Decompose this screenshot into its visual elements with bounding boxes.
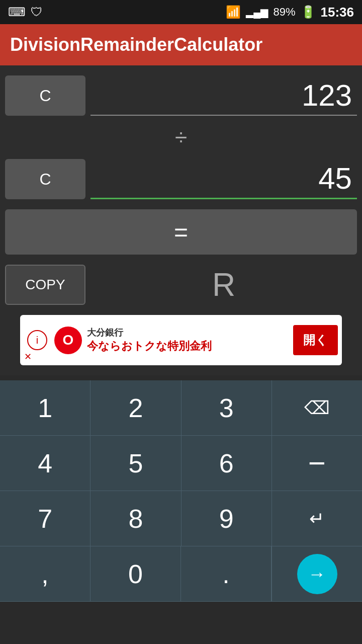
minus-button[interactable]: − (272, 436, 362, 491)
newline-button[interactable]: ↵ (272, 491, 362, 546)
numpad-3[interactable]: 3 (182, 380, 272, 436)
app-header: DivisionRemainderCalculator (0, 24, 362, 65)
ad-bank-name: 大分銀行 (87, 327, 293, 339)
clear-dividend-button[interactable]: C (5, 75, 85, 116)
numpad-row-1: 1 2 3 ⌫ (0, 380, 362, 436)
enter-btn-container: → (272, 546, 362, 602)
enter-button[interactable]: → (297, 554, 337, 594)
clock: 15:36 (321, 5, 354, 20)
dividend-display[interactable]: 123 (90, 75, 357, 116)
numpad-dot[interactable]: . (181, 546, 272, 602)
keyboard-icon: ⌨ (8, 5, 26, 19)
numpad-row-4: , 0 . → (0, 546, 362, 602)
equals-row: = (0, 209, 362, 255)
division-symbol-row: ÷ (0, 121, 362, 154)
numpad-4[interactable]: 4 (0, 436, 90, 491)
numpad-2[interactable]: 2 (90, 380, 181, 436)
app-title: DivisionRemainderCalculator (10, 34, 352, 55)
numpad-8[interactable]: 8 (90, 491, 181, 546)
backspace-button[interactable]: ⌫ (272, 380, 362, 436)
ad-info-icon: i (27, 330, 47, 350)
calculator-area: C 123 ÷ C 45 = COPY R i ✕ O 大分銀行 今ならおトクな… (0, 65, 362, 375)
wifi-icon: 📶 (226, 5, 241, 19)
divisor-row: C 45 (0, 154, 362, 204)
numpad-comma[interactable]: , (0, 546, 90, 602)
numpad: 1 2 3 ⌫ 4 5 6 − 7 8 9 ↵ , 0 . → (0, 380, 362, 602)
ad-open-button[interactable]: 開く (293, 325, 338, 355)
numpad-0[interactable]: 0 (90, 546, 181, 602)
remainder-display: R (90, 266, 357, 303)
ad-banner: i ✕ O 大分銀行 今ならおトクな特別金利 開く (20, 315, 342, 365)
clear-divisor-button[interactable]: C (5, 159, 85, 199)
ad-promotion: 今ならおトクな特別金利 (87, 339, 293, 354)
divisor-display[interactable]: 45 (90, 159, 357, 199)
numpad-9[interactable]: 9 (182, 491, 272, 546)
dividend-row: C 123 (0, 70, 362, 121)
division-symbol: ÷ (175, 125, 187, 150)
numpad-6[interactable]: 6 (182, 436, 272, 491)
status-bar: ⌨ 🛡 📶 ▂▄▆ 89% 🔋 15:36 (0, 0, 362, 24)
ad-text-area: 大分銀行 今ならおトクな特別金利 (87, 327, 293, 354)
numpad-1[interactable]: 1 (0, 380, 90, 436)
shield-icon: 🛡 (31, 5, 43, 19)
numpad-row-2: 4 5 6 − (0, 436, 362, 491)
ad-logo: O (54, 327, 82, 354)
copy-button[interactable]: COPY (5, 265, 85, 305)
numpad-row-3: 7 8 9 ↵ (0, 491, 362, 546)
equals-button[interactable]: = (5, 209, 357, 255)
signal-strength: ▂▄▆ (246, 6, 268, 18)
battery-icon: 🔋 (301, 5, 316, 19)
numpad-7[interactable]: 7 (0, 491, 90, 546)
ad-close-icon[interactable]: ✕ (24, 351, 32, 362)
result-row: COPY R (0, 260, 362, 310)
battery-level: 89% (273, 6, 295, 19)
numpad-5[interactable]: 5 (90, 436, 181, 491)
